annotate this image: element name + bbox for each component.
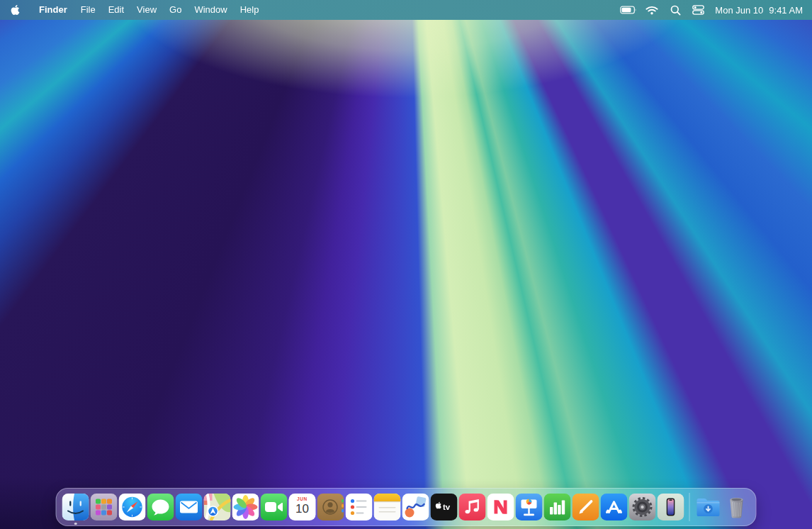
wifi-icon [645, 6, 658, 15]
dock-divider [689, 493, 690, 521]
pages-icon [573, 494, 599, 520]
dock-item-finder[interactable] [62, 494, 89, 520]
apple-menu[interactable] [11, 4, 20, 16]
menu-bar: Finder File Edit View Go Window Help [0, 0, 812, 20]
messages-icon [147, 494, 174, 520]
battery-icon [620, 6, 637, 14]
music-icon [459, 494, 486, 520]
dock-item-calendar[interactable]: JUN 10 [289, 494, 316, 520]
safari-icon [119, 494, 146, 520]
launchpad-icon [91, 494, 118, 520]
calendar-month: JUN [297, 497, 308, 502]
mail-icon [176, 494, 203, 520]
iphone-mirroring-icon [658, 494, 684, 520]
contacts-icon [317, 494, 344, 520]
menu-bar-clock[interactable]: Mon Jun 10 9:41 AM [715, 5, 803, 16]
dock-item-system-settings[interactable] [629, 494, 656, 520]
dock-item-pages[interactable] [573, 494, 599, 520]
finder-running-indicator [74, 523, 77, 525]
menu-bar-status-area: Mon Jun 10 9:41 AM [620, 2, 812, 18]
reminders-icon [346, 494, 373, 520]
dock-item-maps[interactable] [204, 494, 231, 520]
dock-item-messages[interactable] [147, 494, 174, 520]
dock-item-freeform[interactable] [402, 494, 429, 520]
news-icon [487, 494, 514, 520]
facetime-icon [261, 494, 288, 520]
dock-item-apple-tv[interactable]: tv [431, 494, 458, 520]
dock-item-safari[interactable] [119, 494, 146, 520]
control-center[interactable] [690, 2, 707, 18]
menu-item-file[interactable]: File [74, 0, 102, 20]
search-icon [670, 5, 681, 16]
dock-item-reminders[interactable] [346, 494, 373, 520]
desktop-wallpaper [0, 0, 812, 529]
dock-item-mail[interactable] [176, 494, 203, 520]
maps-icon [204, 494, 231, 520]
dock: JUN 10 [56, 488, 757, 526]
trash-icon [723, 494, 750, 520]
freeform-icon [402, 494, 429, 520]
dock-item-music[interactable] [459, 494, 486, 520]
dock-item-launchpad[interactable] [91, 494, 118, 520]
notes-icon [374, 494, 401, 520]
finder-icon [62, 494, 89, 520]
dock-item-downloads[interactable] [695, 494, 722, 520]
menu-item-finder[interactable]: Finder [32, 0, 74, 20]
dock-item-iphone-mirroring[interactable] [658, 494, 684, 520]
downloads-folder-icon [695, 494, 722, 520]
menu-item-help[interactable]: Help [234, 0, 266, 20]
system-settings-icon [629, 494, 656, 520]
calendar-day: 10 [295, 503, 309, 516]
wifi-status[interactable] [643, 2, 660, 18]
dock-item-news[interactable] [487, 494, 514, 520]
clock-date: Mon Jun 10 [715, 5, 763, 16]
menu-bar-left: Finder File Edit View Go Window Help [0, 0, 265, 20]
apple-tv-icon: tv [431, 494, 458, 520]
dock-item-keynote[interactable] [516, 494, 543, 520]
calendar-icon: JUN 10 [289, 494, 316, 520]
dock-item-notes[interactable] [374, 494, 401, 520]
numbers-icon [544, 494, 571, 520]
svg-text:tv: tv [443, 503, 451, 511]
dock-item-facetime[interactable] [261, 494, 288, 520]
spotlight-search[interactable] [667, 2, 684, 18]
menu-item-go[interactable]: Go [163, 0, 188, 20]
dock-item-numbers[interactable] [544, 494, 571, 520]
photos-icon [232, 494, 259, 520]
control-center-icon [692, 5, 705, 15]
battery-status[interactable] [620, 2, 637, 18]
clock-time: 9:41 AM [769, 5, 803, 16]
dock-item-photos[interactable] [232, 494, 259, 520]
menu-item-window[interactable]: Window [188, 0, 233, 20]
app-store-icon [601, 494, 628, 520]
dock-item-trash[interactable] [723, 494, 750, 520]
keynote-icon [516, 494, 543, 520]
dock-item-app-store[interactable] [601, 494, 628, 520]
apple-logo-icon [11, 4, 20, 16]
dock-item-contacts[interactable] [317, 494, 344, 520]
menu-item-edit[interactable]: Edit [102, 0, 130, 20]
menu-item-view[interactable]: View [130, 0, 163, 20]
